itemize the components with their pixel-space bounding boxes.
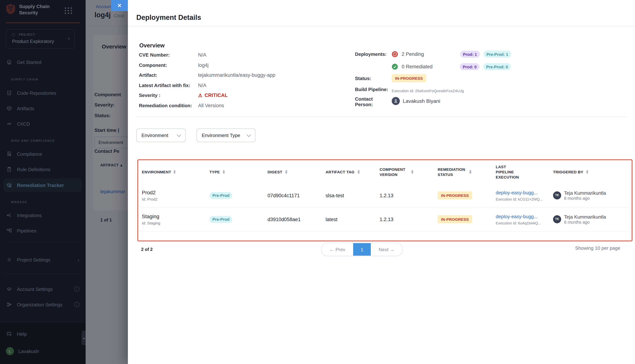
remediated-count: 0 Remediated <box>402 64 432 70</box>
overview-heading: Overview <box>139 42 165 49</box>
artifact-value: tejakummarikuntla/easy-buggy-app <box>198 72 275 78</box>
column-remediation-status[interactable]: REMEDIATION STATUS <box>434 167 492 177</box>
pipeline-execution-id: Execution Id: 6uAq1b4AQ... <box>496 221 541 225</box>
field-row: Remediation condition: All Versions <box>139 100 275 110</box>
column-digest[interactable]: DIGEST <box>264 169 322 174</box>
avatar: TK <box>553 191 561 200</box>
latest-artifact-label: Latest Artifact with fix: <box>139 83 198 88</box>
sort-icon <box>411 170 413 174</box>
sort-icon <box>285 170 288 174</box>
remediated-row: 0 Remediated Prod: 0 Pre-Prod: 0 <box>392 63 511 70</box>
artifact-tag-value: latest <box>322 216 376 222</box>
deployments-label: Deployments: <box>355 52 387 57</box>
chevron-down-icon <box>247 132 251 137</box>
prev-button[interactable]: ← Prev <box>322 243 353 256</box>
digest-value: d3910d058ae1 <box>264 216 322 222</box>
environment-type-filter-dropdown[interactable]: Environment Type <box>197 128 255 142</box>
environment-name: Prod2 <box>142 190 156 196</box>
triggered-by-name: Teja Kummarikuntla <box>564 190 606 196</box>
type-badge: Pre-Prod <box>210 192 232 199</box>
component-version-value: 1.2.13 <box>376 193 434 198</box>
prod-remediated-badge: Prod: 0 <box>460 63 479 70</box>
component-value: log4j <box>198 62 209 68</box>
column-component-version[interactable]: COMPONENT VERSION <box>376 167 434 177</box>
status-badge: IN-PROGRESS <box>392 74 426 82</box>
deployments-table: ENVIRONMENT TYPE DIGEST ARTIFACT TAG COM… <box>138 160 630 238</box>
row-divider <box>139 231 629 232</box>
column-last-pipeline-execution[interactable]: LAST PIPELINE EXECUTION <box>492 164 549 180</box>
remediation-status-badge: IN-PROGRESS <box>438 191 472 200</box>
pipeline-link[interactable]: deploy-easy-bugg... <box>496 190 538 195</box>
column-triggered-by[interactable]: TRIGGERED BY <box>549 169 630 174</box>
contact-person-name: Lavakush Biyani <box>403 98 440 104</box>
chevron-down-icon <box>177 132 181 137</box>
preprod-remediated-badge: Pre-Prod: 0 <box>483 63 511 70</box>
pipeline-execution-id: Execution Id: kCG11×2WQ... <box>496 197 543 201</box>
environment-id: Id: Staging <box>142 221 160 225</box>
sort-icon <box>223 170 225 174</box>
remediation-condition-value: All Versions <box>198 103 224 108</box>
contact-person-label: Contact Person: <box>355 96 384 107</box>
page-1-button[interactable]: 1 <box>353 243 371 256</box>
type-badge: Pre-Prod <box>210 216 232 223</box>
field-row: CVE Number: N/A <box>139 50 275 60</box>
prod-pending-badge: Prod: 1 <box>460 51 480 58</box>
close-button[interactable]: ✕ <box>111 0 128 11</box>
field-row: Latest Artifact with fix: N/A <box>139 80 275 90</box>
overview-fields: CVE Number: N/A Component: log4j Artifac… <box>139 50 275 110</box>
cve-number-value: N/A <box>198 52 206 58</box>
warning-icon: ⚠ <box>198 93 202 98</box>
artifact-tag-value: slsa-test <box>322 193 376 198</box>
sort-icon <box>586 170 588 174</box>
status-label: Status: <box>355 76 371 81</box>
pending-icon <box>392 51 398 57</box>
divider <box>128 26 635 26</box>
component-label: Component: <box>139 62 198 68</box>
build-pipeline-execution-id[interactable]: Execution Id: 25xKomFoQces6rFcxZ4UJg <box>392 88 464 93</box>
next-button[interactable]: Next → <box>371 243 402 256</box>
column-artifact-tag[interactable]: ARTIFACT TAG <box>322 169 376 174</box>
column-type[interactable]: TYPE <box>206 169 264 174</box>
pending-row: 2 Pending Prod: 1 Pre-Prod: 1 <box>392 51 511 58</box>
environment-id: Id: Prod2 <box>142 197 158 201</box>
field-row: Severity : ⚠CRITICAL <box>139 90 275 100</box>
column-environment[interactable]: ENVIRONMENT <box>138 169 206 174</box>
pipeline-link[interactable]: deploy-easy-bugg... <box>496 214 538 219</box>
triggered-time: 6 months ago <box>564 196 606 201</box>
result-count: 2 of 2 <box>141 247 153 252</box>
preprod-pending-badge: Pre-Prod: 1 <box>483 51 511 58</box>
digest-value: 07d90c4c1171 <box>264 193 322 198</box>
deployment-details-modal: Deployment Details Overview CVE Number: … <box>128 0 635 364</box>
remediation-condition-label: Remediation condition: <box>139 103 198 108</box>
build-pipeline-label: Build Pipeline: <box>355 87 388 92</box>
divider <box>136 116 626 117</box>
triggered-by-name: Teja Kummarikuntla <box>564 214 606 220</box>
pending-count: 2 Pending <box>402 52 424 57</box>
sort-icon <box>174 170 176 174</box>
severity-value: ⚠CRITICAL <box>198 93 228 98</box>
screen: Supply Chain Security ⬡ PROJECT Product … <box>0 0 635 364</box>
component-version-value: 1.2.13 <box>376 216 434 222</box>
cve-number-label: CVE Number: <box>139 52 198 58</box>
table-header-row: ENVIRONMENT TYPE DIGEST ARTIFACT TAG COM… <box>138 160 630 184</box>
latest-artifact-value: N/A <box>198 83 206 88</box>
remediated-icon <box>392 64 398 70</box>
pagination: ← Prev 1 Next → <box>321 243 403 256</box>
artifact-label: Artifact: <box>139 72 198 78</box>
modal-backdrop[interactable] <box>0 0 128 364</box>
avatar: TK <box>553 215 561 223</box>
modal-title: Deployment Details <box>136 14 201 22</box>
triggered-time: 6 months ago <box>564 220 606 224</box>
table-row[interactable]: Staging Id: Staging Pre-Prod d3910d058ae… <box>138 208 630 231</box>
table-row[interactable]: Prod2 Id: Prod2 Pre-Prod 07d90c4c1171 sl… <box>138 184 630 207</box>
remediation-status-badge: IN-PROGRESS <box>438 215 472 223</box>
field-row: Component: log4j <box>139 60 275 70</box>
contact-avatar <box>392 97 400 105</box>
sort-icon <box>357 170 360 174</box>
page-size-label: Showing 10 per page <box>575 245 620 251</box>
environment-filter-dropdown[interactable]: Environment <box>136 128 186 142</box>
severity-label: Severity : <box>139 93 198 98</box>
sort-icon <box>469 170 471 174</box>
environment-name: Staging <box>142 214 159 219</box>
field-row: Artifact: tejakummarikuntla/easy-buggy-a… <box>139 70 275 80</box>
